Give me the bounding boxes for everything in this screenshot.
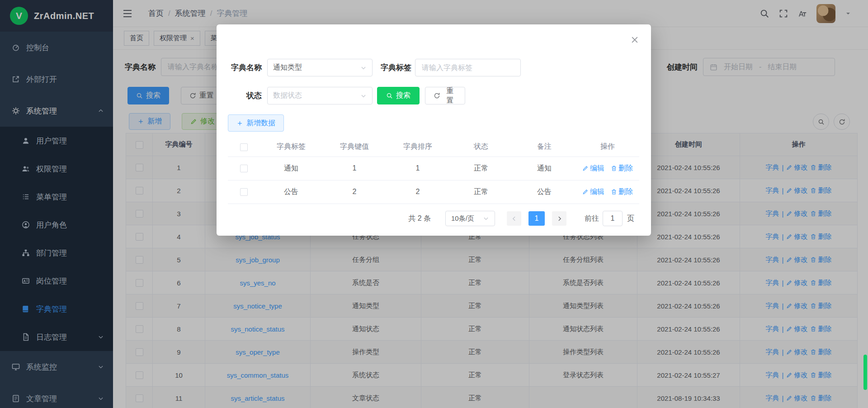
page-unit-label: 页: [627, 214, 634, 223]
dict-label-input[interactable]: [415, 59, 521, 76]
page-size-value: 10条/页: [451, 214, 474, 223]
modal-reset-button[interactable]: 重置: [425, 87, 465, 104]
pagination: 共 2 条 10条/页 1 前往 页: [217, 211, 651, 226]
status-label: 状态: [229, 90, 262, 101]
dict-name-label: 字典名称: [229, 62, 262, 73]
cell-status: 正常: [449, 157, 513, 180]
header-remark: 备注: [513, 138, 576, 157]
modal-table-header: 字典标签 字典键值 字典排序 状态 备注 操作: [228, 138, 639, 157]
modal-search-button[interactable]: 搜索: [377, 87, 420, 104]
modal-filter-row-2: 状态 数据状态 搜索 重置: [229, 87, 465, 104]
search-icon: [386, 92, 393, 99]
delete-op-link[interactable]: 删除: [611, 164, 633, 173]
trash-icon: [611, 189, 617, 195]
cell-label: 通知: [259, 157, 323, 180]
select-placeholder: 数据状态: [273, 91, 302, 100]
modal-reset-label: 重置: [443, 86, 457, 105]
close-icon[interactable]: [630, 35, 639, 44]
cell-sort: 1: [386, 157, 449, 180]
modal-search-label: 搜索: [396, 91, 410, 100]
page-number-button[interactable]: 1: [528, 211, 545, 226]
edit-icon: [582, 189, 589, 195]
modal-filter-row-1: 字典名称 通知类型 字典标签: [229, 59, 521, 76]
cell-label: 公告: [259, 180, 323, 204]
chevron-down-icon: [483, 215, 489, 222]
cell-remark: 公告: [513, 180, 576, 204]
header-sort: 字典排序: [386, 138, 449, 157]
dict-name-select[interactable]: 通知类型: [267, 59, 373, 76]
refresh-icon: [434, 92, 440, 99]
cell-value: 1: [323, 157, 386, 180]
edit-op-link[interactable]: 编辑: [582, 164, 604, 173]
scrollbar-thumb[interactable]: [863, 355, 867, 390]
row-checkbox[interactable]: [240, 165, 248, 172]
goto-label: 前往: [585, 214, 599, 223]
modal-table-body: 通知 1 1 正常 通知 编辑 删除: [228, 157, 639, 204]
table-row: 通知 1 1 正常 通知 编辑 删除: [228, 157, 639, 180]
select-value: 通知类型: [273, 63, 302, 72]
add-data-button[interactable]: 新增数据: [228, 114, 284, 132]
pagination-total: 共 2 条: [408, 214, 431, 223]
dict-data-dialog: 字典名称 通知类型 字典标签 状态 数据状态 搜索 重置 新增数据: [217, 24, 651, 236]
cell-select: [228, 180, 259, 204]
header-select: [228, 138, 259, 157]
cell-ops: 编辑 删除: [576, 180, 639, 204]
edit-op-link[interactable]: 编辑: [582, 187, 604, 197]
cell-select: [228, 157, 259, 180]
page-size-select[interactable]: 10条/页: [445, 211, 495, 226]
next-page-button[interactable]: [552, 211, 566, 226]
cell-sort: 2: [386, 180, 449, 204]
edit-icon: [582, 165, 589, 171]
plus-icon: [236, 120, 243, 127]
cell-remark: 通知: [513, 157, 576, 180]
select-all-checkbox[interactable]: [240, 143, 248, 151]
delete-op-label: 删除: [618, 164, 633, 173]
trash-icon: [611, 165, 617, 171]
cell-value: 2: [323, 180, 386, 204]
header-value: 字典键值: [323, 138, 386, 157]
goto-page-input[interactable]: [603, 211, 623, 226]
chevron-left-icon: [511, 216, 517, 222]
chevron-right-icon: [557, 216, 562, 222]
delete-op-link[interactable]: 删除: [611, 187, 633, 197]
delete-op-label: 删除: [618, 187, 633, 197]
dict-label-label: 字典标签: [381, 62, 411, 73]
row-checkbox[interactable]: [240, 188, 248, 196]
status-select[interactable]: 数据状态: [267, 87, 373, 104]
header-status: 状态: [449, 138, 513, 157]
edit-op-label: 编辑: [590, 164, 604, 173]
edit-op-label: 编辑: [590, 187, 604, 197]
chevron-down-icon: [360, 93, 367, 99]
dict-data-table: 字典标签 字典键值 字典排序 状态 备注 操作 通知 1 1 正常 通知: [228, 138, 639, 204]
header-ops: 操作: [576, 138, 639, 157]
table-row: 公告 2 2 正常 公告 编辑 删除: [228, 180, 639, 204]
chevron-down-icon: [360, 65, 367, 71]
header-label: 字典标签: [259, 138, 323, 157]
cell-status: 正常: [449, 180, 513, 204]
prev-page-button[interactable]: [507, 211, 521, 226]
add-data-label: 新增数据: [246, 119, 275, 128]
cell-ops: 编辑 删除: [576, 157, 639, 180]
